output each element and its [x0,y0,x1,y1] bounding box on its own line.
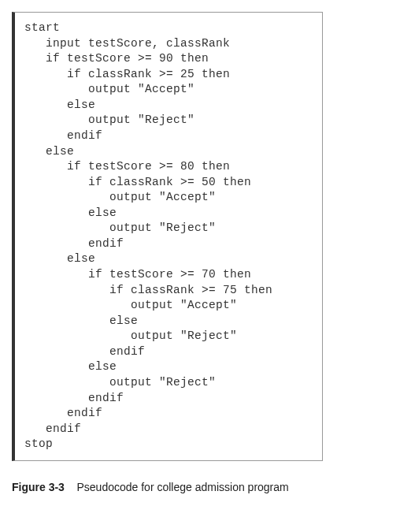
figure-label: Figure 3-3 [12,481,65,493]
figure-caption-spacer [68,481,74,493]
figure-caption: Figure 3-3 Pseudocode for college admiss… [12,481,388,493]
figure-caption-text: Pseudocode for college admission program [76,481,288,493]
code-box: start input testScore, classRank if test… [12,12,323,461]
pseudocode-block: start input testScore, classRank if test… [24,20,316,452]
